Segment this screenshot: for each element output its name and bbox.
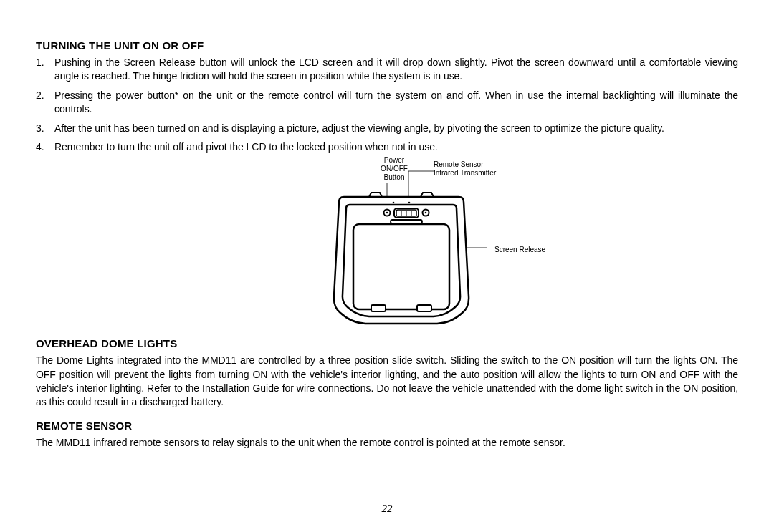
svg-rect-5 bbox=[353, 224, 449, 309]
instruction-item-3: After the unit has been turned on and is… bbox=[36, 122, 738, 135]
section3-body: The MMD11 infrared remote sensors to rel… bbox=[36, 436, 738, 450]
callout-release: Screen Release bbox=[494, 246, 545, 254]
page-number: 22 bbox=[0, 503, 774, 515]
svg-rect-13 bbox=[391, 220, 422, 223]
svg-point-19 bbox=[408, 202, 411, 204]
unit-diagram-icon bbox=[315, 157, 487, 336]
section3-title: REMOTE SENSOR bbox=[36, 420, 738, 432]
section1-title: TURNING THE UNIT ON OR OFF bbox=[36, 39, 738, 52]
section2-body: The Dome Lights integrated into the MMD1… bbox=[36, 354, 738, 409]
svg-rect-6 bbox=[371, 305, 386, 311]
svg-rect-7 bbox=[417, 305, 431, 311]
instruction-item-4: Remember to turn the unit off and pivot … bbox=[36, 140, 738, 154]
instruction-item-2: Pressing the power button* on the unit o… bbox=[36, 89, 738, 116]
instructions-list: Pushing in the Screen Release button wil… bbox=[36, 56, 738, 154]
svg-point-18 bbox=[393, 202, 395, 204]
figure-area: PowerON/OFFButton Remote SensorInfrared … bbox=[36, 157, 738, 336]
page-root: TURNING THE UNIT ON OR OFF Pushing in th… bbox=[0, 0, 774, 532]
svg-point-15 bbox=[386, 212, 388, 214]
svg-point-17 bbox=[425, 212, 427, 214]
instruction-item-1: Pushing in the Screen Release button wil… bbox=[36, 56, 738, 83]
section2-title: OVERHEAD DOME LIGHTS bbox=[36, 337, 738, 349]
